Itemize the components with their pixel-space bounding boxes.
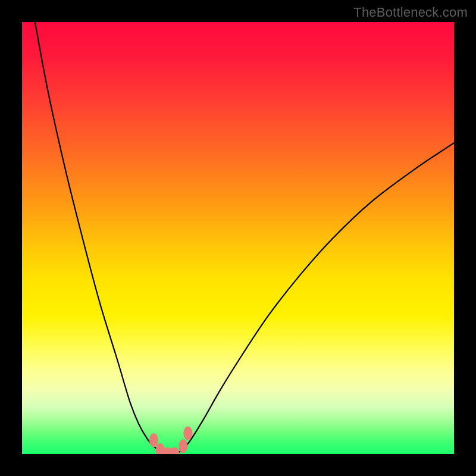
curve-marker bbox=[183, 427, 192, 440]
attribution-text: TheBottleneck.com bbox=[353, 5, 468, 20]
plot-area bbox=[22, 22, 454, 454]
bottleneck-curve bbox=[35, 22, 454, 453]
chart-frame: TheBottleneck.com bbox=[0, 0, 476, 476]
curve-layer bbox=[22, 22, 454, 454]
curve-marker bbox=[149, 433, 158, 447]
curve-markers bbox=[149, 427, 192, 454]
curve-marker bbox=[169, 447, 180, 454]
curve-marker bbox=[178, 439, 187, 453]
